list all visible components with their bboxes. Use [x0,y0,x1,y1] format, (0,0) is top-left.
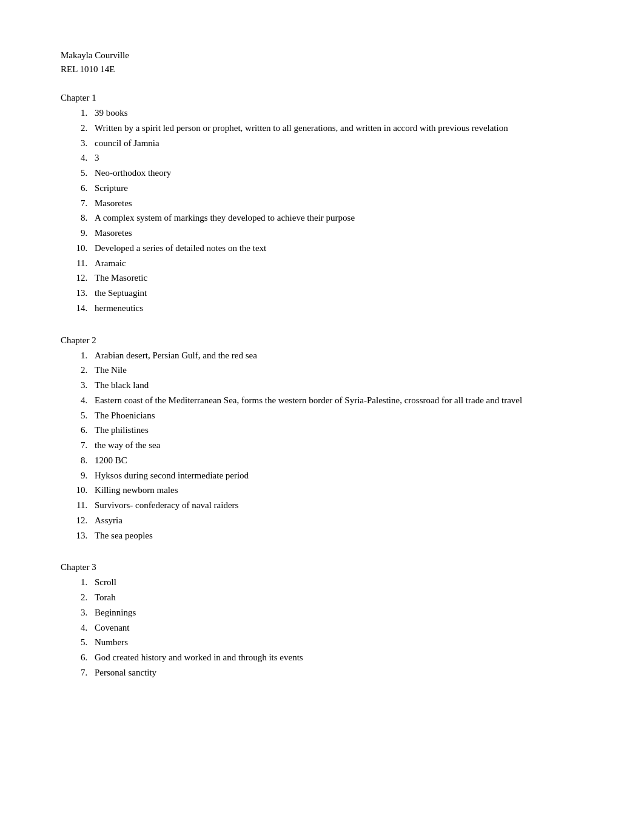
chapter-2-item-1: Arabian desert, Persian Gulf, and the re… [90,348,583,363]
chapter-3-item-7: Personal sanctity [90,665,583,680]
chapter-1-item-10: Developed a series of detailed notes on … [90,241,583,256]
chapter-2-title: Chapter 2 [61,335,583,346]
chapter-1-list: 39 booksWritten by a spirit led person o… [61,106,583,316]
chapter-2-item-4: Eastern coast of the Mediterranean Sea, … [90,393,583,408]
chapter-3-title: Chapter 3 [61,562,583,572]
chapters-container: Chapter 139 booksWritten by a spirit led… [61,93,583,680]
chapter-1-item-2: Written by a spirit led person or prophe… [90,121,583,136]
chapter-1-item-5: Neo-orthodox theory [90,166,583,181]
chapter-3-item-4: Covenant [90,620,583,635]
chapter-1-item-6: Scripture [90,181,583,196]
chapter-1-item-9: Masoretes [90,226,583,241]
chapter-3-list: ScrollTorahBeginningsCovenantNumbersGod … [61,575,583,680]
chapter-1-title: Chapter 1 [61,93,583,103]
chapter-2-item-12: Assyria [90,513,583,528]
chapter-3-item-1: Scroll [90,575,583,590]
chapter-1-item-14: hermeneutics [90,301,583,316]
chapter-1-item-1: 39 books [90,106,583,121]
chapter-2-item-6: The philistines [90,423,583,438]
chapter-2-item-5: The Phoenicians [90,408,583,423]
author-name: Makayla Courville [61,49,583,62]
chapter-2-item-3: The black land [90,378,583,393]
chapter-1-item-3: council of Jamnia [90,136,583,151]
chapter-2-item-10: Killing newborn males [90,483,583,498]
chapter-1-item-4: 3 [90,150,583,166]
chapter-3-item-6: God created history and worked in and th… [90,650,583,665]
chapter-2: Chapter 2Arabian desert, Persian Gulf, a… [61,335,583,543]
document-header: Makayla Courville REL 1010 14E [61,49,583,76]
chapter-3-item-5: Numbers [90,635,583,650]
chapter-1-item-8: A complex system of markings they develo… [90,210,583,226]
chapter-2-list: Arabian desert, Persian Gulf, and the re… [61,348,583,543]
chapter-2-item-9: Hyksos during second intermediate period [90,468,583,483]
chapter-3-item-2: Torah [90,590,583,605]
chapter-1-item-7: Masoretes [90,196,583,211]
chapter-3-item-3: Beginnings [90,605,583,620]
chapter-1-item-11: Aramaic [90,256,583,271]
chapter-1-item-12: The Masoretic [90,270,583,286]
chapter-2-item-7: the way of the sea [90,438,583,453]
chapter-2-item-2: The Nile [90,363,583,378]
chapter-3: Chapter 3ScrollTorahBeginningsCovenantNu… [61,562,583,680]
chapter-2-item-8: 1200 BC [90,453,583,468]
chapter-1: Chapter 139 booksWritten by a spirit led… [61,93,583,316]
chapter-1-item-13: the Septuagint [90,286,583,301]
chapter-2-item-13: The sea peoples [90,528,583,543]
chapter-2-item-11: Survivors- confederacy of naval raiders [90,498,583,513]
course-code: REL 1010 14E [61,62,583,76]
